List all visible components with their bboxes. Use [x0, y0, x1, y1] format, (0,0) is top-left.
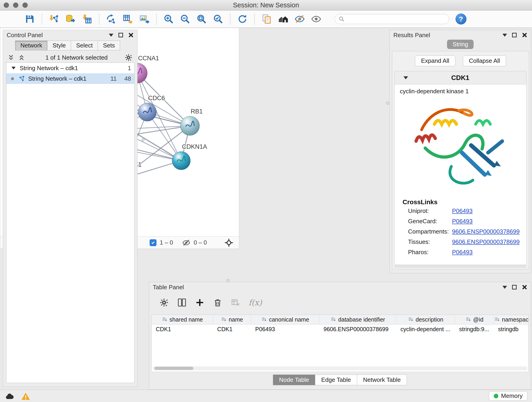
maximize-window-button[interactable]	[22, 2, 28, 8]
table-cell[interactable]: P06493	[251, 325, 319, 334]
help-button[interactable]: ?	[456, 13, 467, 25]
splitter-handle[interactable]	[227, 279, 230, 282]
apply-layout-button[interactable]	[236, 13, 249, 26]
gear-icon[interactable]	[124, 53, 133, 62]
table-cell[interactable]: cyclin-dependent ...	[396, 325, 455, 334]
scrollbar-thumb[interactable]	[154, 367, 193, 370]
hide-selected-button[interactable]	[293, 13, 306, 26]
crosslink-link[interactable]: P06493	[452, 207, 473, 215]
search-input[interactable]	[347, 16, 445, 23]
network-node-RB1[interactable]: RB1	[180, 108, 203, 135]
collapse-all-icon[interactable]	[7, 54, 14, 61]
crosslink-link[interactable]: P06493	[452, 249, 473, 256]
open-session-button[interactable]	[7, 13, 20, 26]
first-neighbors-button[interactable]	[277, 13, 290, 26]
collapse-all-button[interactable]: Collapse All	[463, 56, 506, 66]
export-image-button[interactable]	[138, 13, 151, 26]
table-cell[interactable]: CDK1	[152, 325, 213, 334]
expand-all-button[interactable]: Expand All	[415, 56, 456, 66]
copy-button[interactable]	[260, 13, 273, 26]
crosslink-label: GeneCard:	[408, 218, 452, 225]
node-table: shared namenamecanonical namedatabase id…	[152, 315, 529, 372]
results-scrollbar[interactable]	[394, 264, 526, 268]
save-session-button[interactable]	[23, 13, 36, 26]
close-panel-icon[interactable]	[522, 32, 527, 38]
delete-column-icon[interactable]	[213, 298, 222, 307]
warnings-button[interactable]	[21, 391, 31, 401]
zoom-selected-button[interactable]	[212, 13, 225, 26]
add-column-icon[interactable]	[195, 298, 205, 307]
zoom-out-button[interactable]	[179, 13, 191, 26]
network-node-CDKN1A[interactable]: CDKN1A	[172, 143, 207, 170]
show-all-button[interactable]	[310, 13, 323, 26]
gene-section-header[interactable]: CDK1	[395, 71, 526, 85]
crosshair-icon[interactable]	[224, 238, 234, 247]
network-row[interactable]: String Network – cdk1 11 48	[6, 73, 134, 84]
column-header-namespac[interactable]: namespac	[494, 315, 529, 324]
network-collection-row[interactable]: String Network – cdk1 1	[6, 63, 134, 73]
column-header-canonical-name[interactable]: canonical name	[251, 315, 319, 324]
memory-button[interactable]: Memory	[489, 391, 527, 401]
table-row[interactable]: CDK1CDK1P064939606.ENSP00000378699cyclin…	[152, 325, 528, 334]
table-settings-gear-icon[interactable]	[159, 298, 169, 307]
results-panel: Results Panel String Expand All Collapse…	[389, 30, 531, 273]
tab-node-table[interactable]: Node Table	[273, 375, 315, 385]
float-panel-icon[interactable]	[512, 33, 517, 37]
main-toolbar: ?	[0, 11, 532, 28]
tab-network-table[interactable]: Network Table	[357, 375, 407, 385]
minimize-window-button[interactable]	[13, 2, 18, 8]
expand-all-icon[interactable]	[18, 54, 25, 61]
zoom-in-button[interactable]	[162, 13, 175, 26]
column-header-database-identifier[interactable]: database identifier	[319, 315, 396, 324]
houses-icon	[278, 14, 288, 24]
float-panel-icon[interactable]	[119, 33, 123, 37]
splitter-handle[interactable]	[141, 138, 145, 141]
column-header--id[interactable]: @id	[455, 315, 494, 324]
tab-sets[interactable]: Sets	[98, 41, 120, 51]
crosslink-link[interactable]: 9606.ENSP00000378699	[452, 228, 520, 235]
search-icon	[338, 16, 345, 22]
section-collapse-icon[interactable]	[404, 76, 408, 79]
hidden-eye-slash-icon[interactable]	[182, 239, 190, 247]
column-header-description[interactable]: description	[396, 315, 455, 324]
table-cell[interactable]: 9606.ENSP00000378699	[319, 325, 396, 334]
table-cell[interactable]: stringdb	[494, 325, 529, 334]
import-table-button[interactable]	[81, 13, 94, 26]
splitter-handle[interactable]	[386, 102, 389, 105]
import-network-database-button[interactable]	[64, 13, 77, 26]
show-columns-icon[interactable]	[177, 298, 187, 307]
tab-select[interactable]: Select	[71, 41, 98, 51]
close-panel-icon[interactable]	[522, 284, 527, 290]
table-tabs: Node TableEdge TableNetwork Table	[273, 375, 407, 385]
cloud-status-button[interactable]	[5, 391, 15, 401]
column-header-name[interactable]: name	[213, 315, 251, 324]
panel-menu-icon[interactable]	[109, 34, 114, 37]
float-panel-icon[interactable]	[512, 285, 517, 289]
close-window-button[interactable]	[4, 2, 9, 8]
selected-checkbox-icon[interactable]	[150, 239, 157, 246]
column-header-shared-name[interactable]: shared name	[152, 315, 213, 324]
warning-icon	[21, 391, 31, 402]
string-tab-badge[interactable]: String	[447, 40, 474, 49]
zoom-in-icon	[163, 14, 174, 24]
panel-menu-icon[interactable]	[502, 286, 507, 289]
table-cell[interactable]: CDK1	[213, 325, 251, 334]
crosslink-link[interactable]: P06493	[452, 218, 473, 225]
table-horizontal-scrollbar[interactable]	[152, 366, 527, 370]
export-table-button[interactable]	[121, 13, 134, 26]
close-panel-icon[interactable]	[128, 32, 133, 38]
new-network-from-selection-button[interactable]	[105, 13, 118, 26]
panel-menu-icon[interactable]	[502, 34, 507, 37]
toolbar-divider	[230, 13, 230, 25]
table-cell[interactable]: stringdb:9...	[455, 325, 494, 334]
import-network-file-button[interactable]	[48, 13, 60, 26]
search-box[interactable]	[335, 14, 449, 24]
function-builder-icon[interactable]: f(x)	[249, 298, 262, 307]
zoom-fit-button[interactable]	[195, 13, 208, 26]
tree-expander-icon[interactable]	[12, 67, 16, 70]
tab-edge-table[interactable]: Edge Table	[315, 375, 357, 385]
tab-network[interactable]: Network	[15, 41, 47, 51]
crosslink-link[interactable]: 9606.ENSP00000378699	[452, 238, 520, 245]
tab-style[interactable]: Style	[47, 41, 71, 51]
network-node-CDC6[interactable]: CDC6	[138, 95, 165, 121]
